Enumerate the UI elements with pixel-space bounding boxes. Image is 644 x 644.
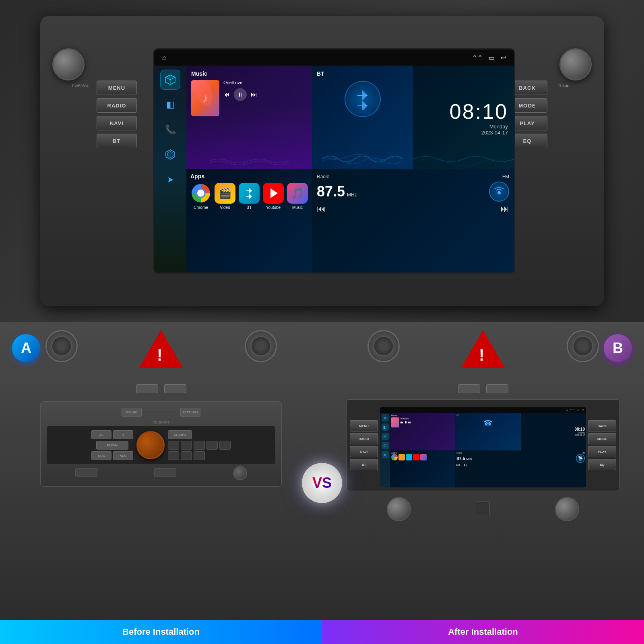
sound-btn[interactable]: SOUND xyxy=(122,408,142,417)
next-btn[interactable]: ⏭ xyxy=(251,91,257,98)
b-navi-btn[interactable]: NAVI xyxy=(350,446,378,457)
bt-button[interactable]: BT xyxy=(97,134,137,148)
date-display: 2023-04-17 xyxy=(481,130,508,136)
navi-button[interactable]: NAVI xyxy=(97,116,137,130)
num-btn-3[interactable] xyxy=(194,441,205,450)
chrome-icon[interactable] xyxy=(190,183,211,204)
dash-top-row: SOUND SETTINGS xyxy=(47,408,275,417)
fm-am-btns: AS TP FM/AM RDS NEG xyxy=(91,430,133,460)
mini-nav-icon: ◧ xyxy=(382,423,389,431)
small-btn-b-1[interactable] xyxy=(458,384,480,393)
b-left-btns: MENU RADIO NAVI BT xyxy=(350,420,378,470)
mini-content: Music OnelLove ⏮⏸⏭ xyxy=(390,413,586,487)
bottom-section: A ! SOUN xyxy=(0,322,644,644)
youtube-icon[interactable] xyxy=(263,183,284,204)
arrow-right-btn[interactable] xyxy=(194,451,205,460)
sidebar-cube-icon[interactable] xyxy=(160,70,180,90)
radio-top-row: AS TP FM/AM RDS NEG xyxy=(51,430,271,460)
left-panel: MENU RADIO NAVI BT xyxy=(97,80,137,148)
b-menu-btn[interactable]: MENU xyxy=(350,420,378,431)
menu-button[interactable]: MENU xyxy=(97,80,137,95)
sidebar-phone-icon[interactable]: 📞 xyxy=(160,120,180,140)
mini-bt-title: BT xyxy=(456,414,519,417)
screen-content: Music xyxy=(186,66,514,272)
vent-left-a xyxy=(45,330,78,362)
fmam-btn[interactable]: FM/AM xyxy=(96,441,128,450)
neg-btn[interactable]: NEG xyxy=(113,451,133,460)
freq-number: 87.5 xyxy=(317,183,345,200)
music-panel-title: Music xyxy=(191,70,307,77)
video-app[interactable]: 🎬 Video xyxy=(215,183,235,210)
as-btn[interactable]: AS xyxy=(91,430,111,439)
bt-panel: BT xyxy=(312,66,413,169)
home-icon[interactable]: ⌂ xyxy=(162,54,167,62)
b-bt-btn[interactable]: BT xyxy=(350,459,378,470)
radio-prev-btn[interactable]: ⏮ xyxy=(317,204,326,214)
small-knob-bottom[interactable] xyxy=(233,466,247,480)
right-knob[interactable] xyxy=(559,48,592,80)
mini-hex-icon: ⬡ xyxy=(382,442,389,449)
radio-button[interactable]: RADIO xyxy=(97,98,137,113)
mini-app-row xyxy=(391,454,454,460)
sidebar-nav-icon[interactable]: ◧ xyxy=(160,95,180,115)
radio-next-btn[interactable]: ⏭ xyxy=(500,204,509,214)
num-btn-6[interactable] xyxy=(168,451,179,460)
badge-a: A xyxy=(12,334,40,362)
small-btn-1[interactable] xyxy=(136,384,158,393)
knob-b-center[interactable] xyxy=(476,501,490,515)
eject-btn[interactable] xyxy=(75,468,97,477)
top-section: PWR/VOL TUN/▶ MENU RADIO NAVI BT BACK MO… xyxy=(0,0,644,322)
vent-left-b xyxy=(367,330,400,362)
knob-b-right[interactable] xyxy=(555,497,579,521)
radio-unit: AS TP FM/AM RDS NEG xyxy=(47,426,275,464)
top-vents-a: ! xyxy=(16,322,306,393)
bt-app[interactable]: BT xyxy=(239,183,260,210)
small-btn-b-2[interactable] xyxy=(486,384,508,393)
play-pause-btn[interactable]: ⏸ xyxy=(234,88,247,101)
num-btn-4[interactable] xyxy=(206,441,218,450)
settings-btn[interactable]: SETTINGS xyxy=(180,408,200,417)
open-btn[interactable] xyxy=(154,468,176,477)
prev-btn[interactable]: ⏮ xyxy=(223,91,230,98)
cd-mp3-btn[interactable]: CD/MP3 xyxy=(168,430,192,439)
hazard-triangle-b[interactable]: ! xyxy=(461,330,505,368)
chrome-app[interactable]: Chrome xyxy=(190,183,211,210)
b-play-btn[interactable]: PLAY xyxy=(588,446,616,457)
left-knob[interactable] xyxy=(52,48,85,80)
bt-icon xyxy=(345,81,381,117)
mini-bt-panel: BT ☎ xyxy=(455,413,520,450)
mini-yt xyxy=(413,454,419,460)
tun-label: TUN/▶ xyxy=(547,84,580,88)
button-grid xyxy=(168,441,231,460)
radio-signal-icon xyxy=(489,182,509,202)
b-eq-btn[interactable]: EQ xyxy=(588,459,616,470)
num-btn-5[interactable] xyxy=(219,441,231,450)
b-radio-btn[interactable]: RADIO xyxy=(350,433,378,444)
knob-b-left[interactable] xyxy=(387,497,411,521)
bt-app-label: BT xyxy=(247,205,252,210)
arrow-left-btn[interactable] xyxy=(181,451,192,460)
b-mode-btn[interactable]: MODE xyxy=(588,433,616,444)
song-name: OnelLove xyxy=(223,80,257,85)
small-btn-2[interactable] xyxy=(164,384,186,393)
music-app[interactable]: 🎵 Music xyxy=(287,183,308,210)
video-icon[interactable]: 🎬 xyxy=(215,183,235,204)
back-arrow-icon[interactable]: ↩ xyxy=(501,54,506,62)
num-btn-1[interactable] xyxy=(168,441,179,450)
status-bar: ⌂ ⌃⌃ ▭ ↩ xyxy=(154,50,514,66)
hazard-triangle[interactable]: ! xyxy=(139,330,183,368)
bt-app-icon[interactable] xyxy=(239,183,260,204)
b-back-btn[interactable]: BACK xyxy=(588,420,616,431)
big-knob-a[interactable] xyxy=(136,431,165,459)
rds-btn[interactable]: RDS xyxy=(91,451,111,460)
sidebar-hex-icon[interactable] xyxy=(160,144,180,165)
sidebar-send-icon[interactable]: ➤ xyxy=(160,169,180,190)
mini-time-text: 08:10 xyxy=(574,427,585,431)
music-app-icon[interactable]: 🎵 xyxy=(287,183,308,204)
chrome-label: Chrome xyxy=(194,205,208,210)
num-btn-2[interactable] xyxy=(181,441,192,450)
cd-btns: CD/MP3 xyxy=(168,430,231,460)
youtube-app[interactable]: Youtube xyxy=(263,183,284,210)
tp-btn[interactable]: TP xyxy=(113,430,133,439)
cd-mp3-label: CD 30 MP3 xyxy=(47,421,275,424)
